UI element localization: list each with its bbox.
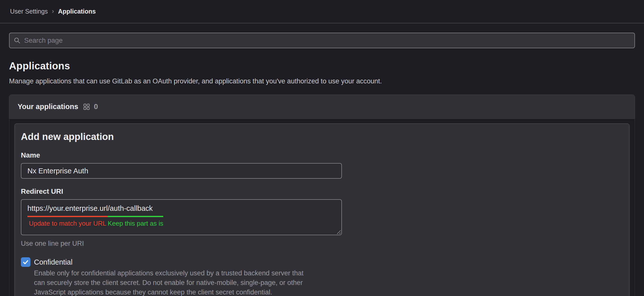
confidential-checkbox[interactable] — [21, 257, 30, 267]
add-new-application-card: Add new application Name Redirect URI ht… — [14, 123, 630, 296]
confidential-row: Confidential — [21, 257, 623, 267]
name-input[interactable] — [21, 163, 342, 179]
your-applications-title: Your applications — [18, 103, 78, 111]
textarea-resize-handle[interactable] — [337, 230, 341, 234]
form-title: Add new application — [21, 131, 623, 142]
applications-grid-icon — [83, 104, 90, 110]
confidential-help-text: Enable only for confidential application… — [34, 268, 623, 296]
redirect-uri-annotated-value: https://your.enterprise.url /auth-callba… — [27, 204, 163, 227]
redirect-uri-note-keep: Keep this part as is — [108, 220, 163, 227]
confidential-help-line: Enable only for confidential application… — [34, 268, 623, 278]
checkmark-icon — [22, 259, 29, 265]
top-bar: User Settings › Applications — [0, 0, 644, 23]
search-input[interactable] — [9, 33, 635, 48]
redirect-uri-path-part: /auth-callback — [108, 204, 163, 217]
name-label: Name — [21, 151, 623, 160]
redirect-uri-hint: Use one line per URI — [21, 239, 623, 248]
redirect-uri-host-part: https://your.enterprise.url — [27, 204, 108, 217]
your-applications-section: Your applications 0 Add new application … — [9, 94, 635, 296]
page-description: Manage applications that can use GitLab … — [9, 77, 635, 85]
search-bar — [9, 33, 635, 48]
main-content: Applications Manage applications that ca… — [0, 23, 644, 296]
redirect-uri-textarea[interactable]: https://your.enterprise.url /auth-callba… — [21, 199, 342, 235]
your-applications-body: Add new application Name Redirect URI ht… — [9, 119, 635, 296]
your-applications-header: Your applications 0 — [9, 95, 635, 119]
breadcrumb: User Settings › Applications — [10, 8, 96, 15]
chevron-right-icon: › — [52, 8, 54, 14]
search-icon — [14, 37, 21, 44]
confidential-help-line: can securely store the client secret. Do… — [34, 278, 623, 287]
confidential-label[interactable]: Confidential — [34, 258, 72, 266]
page-title: Applications — [9, 60, 635, 72]
confidential-help-line: JavaScript applications because they can… — [34, 287, 623, 296]
breadcrumb-applications: Applications — [58, 8, 96, 15]
redirect-uri-label: Redirect URI — [21, 187, 623, 196]
applications-count-badge: 0 — [94, 103, 98, 111]
redirect-uri-note-update: Update to match your URL — [27, 220, 108, 227]
breadcrumb-user-settings[interactable]: User Settings — [10, 8, 48, 15]
